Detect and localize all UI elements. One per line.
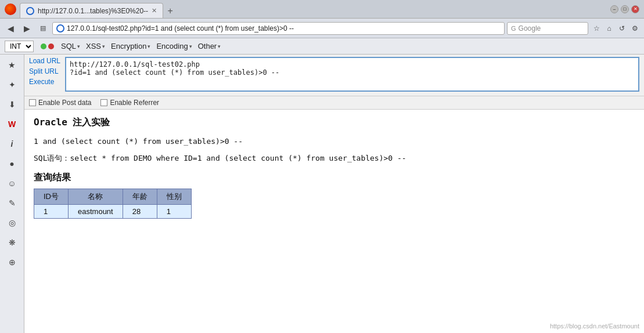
green-dot <box>41 44 46 49</box>
site-icon <box>56 24 64 32</box>
forward-button[interactable]: ▶ <box>20 22 34 35</box>
red-dot <box>48 44 54 49</box>
sql-input-display: 1 and (select count (*) from user_tables… <box>34 136 635 148</box>
table-row: 1eastmount281 <box>34 204 192 218</box>
tab-icon <box>26 7 34 15</box>
sidebar: ★ ✦ ⬇ W i ● ☺ ✎ ◎ ❋ ⊕ <box>0 55 24 333</box>
xss-menu[interactable]: XSS▾ <box>86 42 105 50</box>
execute-button[interactable]: Execute <box>29 78 60 86</box>
google-icon: G <box>511 25 516 32</box>
load-url-button[interactable]: Load URL <box>29 57 60 65</box>
menu-button[interactable]: ▤ <box>36 22 50 35</box>
encryption-dropdown-arrow: ▾ <box>147 44 150 49</box>
encoding-dropdown-arrow: ▾ <box>189 44 192 49</box>
watermark: https://blog.csdn.net/Eastmount <box>550 323 639 330</box>
home-icon[interactable]: ⌂ <box>603 23 615 34</box>
sidebar-flower[interactable]: ❋ <box>4 234 20 251</box>
table-cell: 1 <box>157 204 191 218</box>
post-data-checkbox[interactable] <box>29 99 36 106</box>
col-id: ID号 <box>34 189 69 204</box>
address-bar[interactable]: 127.0.0.1/sql-test02.php?id=1 and (selec… <box>52 22 505 35</box>
content-area: Oracle 注入实验 1 and (select count (*) from… <box>24 110 644 333</box>
url-textarea-wrap: + + <box>65 57 639 93</box>
back-button[interactable]: ◀ <box>3 22 17 35</box>
sql-dropdown-arrow: ▾ <box>77 44 80 49</box>
url-textarea[interactable] <box>65 57 639 92</box>
minimize-button[interactable]: – <box>610 5 618 13</box>
col-gender: 性别 <box>157 189 191 204</box>
url-area: Load URL Split URL Execute + + <box>24 55 644 96</box>
sidebar-gear[interactable]: ⊕ <box>4 254 20 270</box>
table-cell: 1 <box>34 204 69 218</box>
table-cell: 28 <box>123 204 157 218</box>
sidebar-w[interactable]: W <box>4 116 20 132</box>
encoding-menu[interactable]: Encoding▾ <box>156 42 192 50</box>
table-header-row: ID号 名称 年龄 性别 <box>34 189 192 204</box>
address-text: 127.0.0.1/sql-test02.php?id=1 and (selec… <box>67 24 501 32</box>
sidebar-circle[interactable]: ● <box>4 155 20 172</box>
sidebar-download[interactable]: ⬇ <box>4 96 20 113</box>
refresh-icon[interactable]: ↺ <box>616 23 628 34</box>
int-select[interactable]: INT <box>5 41 34 52</box>
sidebar-puzzle[interactable]: ✦ <box>4 77 20 93</box>
window-controls: – □ ✕ <box>610 5 639 13</box>
sql-menu[interactable]: SQL▾ <box>61 42 80 50</box>
browser-logo <box>5 3 16 15</box>
browser-tab[interactable]: http://127.0.0.1...tables)%3E0%20-- ✕ <box>20 3 163 18</box>
other-dropdown-arrow: ▾ <box>218 44 221 49</box>
page-title: Oracle 注入实验 <box>34 117 635 129</box>
sidebar-star[interactable]: ★ <box>4 57 20 73</box>
referrer-checkbox[interactable] <box>100 99 107 106</box>
maximize-button[interactable]: □ <box>621 5 629 13</box>
url-controls: Load URL Split URL Execute <box>29 57 60 93</box>
search-box[interactable]: G Google <box>507 22 588 35</box>
result-table: ID号 名称 年龄 性别 1eastmount281 <box>34 189 192 219</box>
tab-close-button[interactable]: ✕ <box>152 7 157 15</box>
bookmark-icon[interactable]: ☆ <box>591 23 602 34</box>
encryption-menu[interactable]: Encryption▾ <box>111 42 150 50</box>
toolbar: INT SQL▾ XSS▾ Encryption▾ Encoding▾ Othe… <box>0 38 644 55</box>
sidebar-target[interactable]: ◎ <box>4 215 20 231</box>
referrer-label: Enable Referrer <box>110 99 159 107</box>
right-panel: Load URL Split URL Execute + + Enable Po… <box>24 55 644 333</box>
sql-statement-display: SQL语句：select * from DEMO where ID=1 and … <box>34 153 635 165</box>
nav-extra-buttons: ☆ ⌂ ↺ ⚙ <box>591 23 641 34</box>
table-cell: eastmount <box>69 204 123 218</box>
sidebar-face[interactable]: ☺ <box>4 175 20 191</box>
main-area: ★ ✦ ⬇ W i ● ☺ ✎ ◎ ❋ ⊕ Load URL Split URL… <box>0 55 644 333</box>
new-tab-button[interactable]: + <box>163 4 177 18</box>
nav-bar: ◀ ▶ ▤ 127.0.0.1/sql-test02.php?id=1 and … <box>0 19 644 38</box>
col-name: 名称 <box>69 189 123 204</box>
tab-bar: http://127.0.0.1...tables)%3E0%20-- ✕ + <box>20 0 607 18</box>
other-menu[interactable]: Other▾ <box>198 42 221 50</box>
tab-title: http://127.0.0.1...tables)%3E0%20-- <box>38 7 148 15</box>
status-dots <box>41 44 54 49</box>
sidebar-pencil[interactable]: ✎ <box>4 195 20 211</box>
referrer-checkbox-label[interactable]: Enable Referrer <box>100 99 159 107</box>
settings-icon[interactable]: ⚙ <box>629 23 641 34</box>
title-bar: http://127.0.0.1...tables)%3E0%20-- ✕ + … <box>0 0 644 19</box>
search-placeholder: Google <box>519 24 541 32</box>
sidebar-info[interactable]: i <box>4 136 20 152</box>
toolbar-menu: SQL▾ XSS▾ Encryption▾ Encoding▾ Other▾ <box>61 42 221 50</box>
close-button[interactable]: ✕ <box>631 5 639 13</box>
col-age: 年龄 <box>123 189 157 204</box>
xss-dropdown-arrow: ▾ <box>102 44 105 49</box>
post-data-checkbox-label[interactable]: Enable Post data <box>29 99 91 107</box>
split-url-button[interactable]: Split URL <box>29 67 60 75</box>
browser-window: http://127.0.0.1...tables)%3E0%20-- ✕ + … <box>0 0 644 333</box>
post-data-label: Enable Post data <box>38 99 91 107</box>
result-title: 查询结果 <box>34 172 635 184</box>
checkboxes-row: Enable Post data Enable Referrer <box>24 96 644 110</box>
